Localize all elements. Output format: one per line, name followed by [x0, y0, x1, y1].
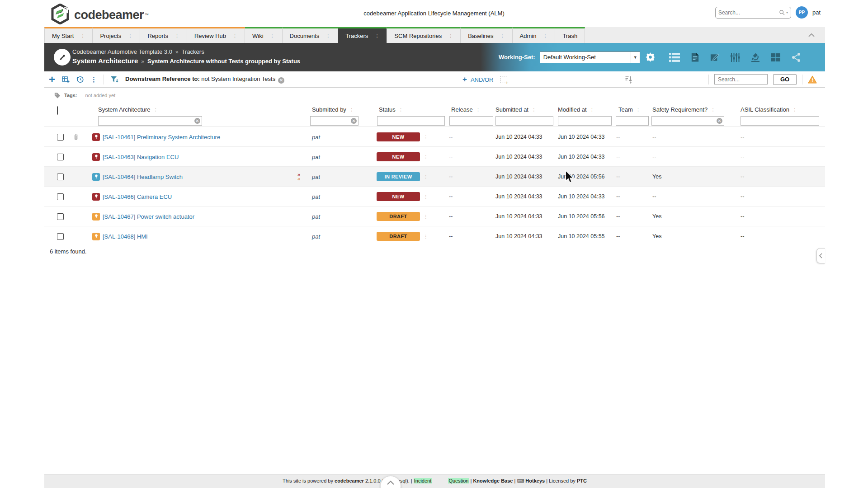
- table-row[interactable]: [SAL-10464] Headlamp Switch » « pat IN R…: [44, 167, 825, 187]
- and-or-plus-icon[interactable]: +: [462, 75, 467, 84]
- clear-filter-icon[interactable]: ✕: [717, 118, 722, 124]
- item-link[interactable]: [SAL-10463] Navigation ECU: [103, 154, 179, 160]
- tab-menu-kebab-icon[interactable]: ⋮: [127, 33, 132, 39]
- tab-menu-kebab-icon[interactable]: ⋮: [500, 33, 505, 39]
- filter-input-modified-at[interactable]: [558, 118, 611, 124]
- item-link[interactable]: [SAL-10464] Headlamp Switch: [103, 174, 183, 180]
- filter-input-asil-classification[interactable]: [741, 118, 819, 124]
- add-item-button[interactable]: +: [49, 75, 55, 84]
- row-checkbox[interactable]: [57, 174, 64, 180]
- status-badge[interactable]: IN REVIEW: [377, 172, 420, 181]
- column-header-system-architecture[interactable]: System Architecture⋮: [98, 106, 158, 113]
- active-filter-chip[interactable]: Downstream Reference to: not System Inte…: [125, 75, 284, 84]
- filter-input-status[interactable]: [377, 118, 444, 124]
- table-row[interactable]: [SAL-10463] Navigation ECU pat NEW ⋮ -- …: [44, 147, 825, 167]
- layout-blocks-icon[interactable]: [770, 52, 781, 63]
- footer-question-link[interactable]: Question: [448, 478, 469, 483]
- submitted-by-value[interactable]: pat: [312, 213, 320, 220]
- row-checkbox[interactable]: [57, 233, 64, 240]
- list-view-icon[interactable]: [669, 52, 680, 63]
- column-header-asil-classification[interactable]: ASIL Classification⋮: [741, 106, 797, 113]
- username-label[interactable]: pat: [812, 9, 821, 16]
- column-kebab-icon[interactable]: ⋮: [636, 108, 641, 113]
- filter-input-submitted-at[interactable]: [496, 118, 553, 124]
- submitted-by-value[interactable]: pat: [312, 134, 320, 141]
- item-link[interactable]: [SAL-10461] Preliminary System Architect…: [103, 134, 220, 141]
- global-search-input[interactable]: [718, 9, 779, 16]
- table-row[interactable]: [SAL-10466] Camera ECU pat NEW ⋮ -- Jun …: [44, 187, 825, 206]
- main-tab[interactable]: SCM Repositories ⋮: [387, 27, 461, 43]
- collapse-header-chevron-icon[interactable]: [808, 31, 815, 39]
- column-kebab-icon[interactable]: ⋮: [711, 108, 715, 113]
- add-condition-group-icon[interactable]: +: [500, 76, 507, 83]
- column-kebab-icon[interactable]: ⋮: [532, 108, 536, 113]
- item-link[interactable]: [SAL-10467] Power switch actuator: [103, 213, 194, 220]
- item-link[interactable]: [SAL-10466] Camera ECU: [103, 193, 172, 200]
- breadcrumb-trackers-link[interactable]: Trackers: [182, 48, 204, 55]
- user-avatar[interactable]: PP: [796, 6, 808, 19]
- row-checkbox[interactable]: [57, 213, 64, 220]
- item-link[interactable]: [SAL-10468] HMI: [103, 233, 148, 240]
- column-kebab-icon[interactable]: ⋮: [154, 108, 158, 113]
- submitted-by-value[interactable]: pat: [312, 174, 320, 180]
- status-badge[interactable]: DRAFT: [377, 232, 420, 241]
- document-view-icon[interactable]: [690, 52, 700, 63]
- filter-input-team[interactable]: [616, 118, 648, 124]
- status-badge[interactable]: NEW: [377, 192, 420, 201]
- status-kebab-icon[interactable]: ⋮: [424, 234, 428, 239]
- submitted-by-value[interactable]: pat: [312, 154, 320, 160]
- footer-incident-link[interactable]: Incident: [414, 478, 432, 483]
- column-kebab-icon[interactable]: ⋮: [476, 108, 481, 113]
- column-kebab-icon[interactable]: ⋮: [793, 108, 797, 113]
- row-checkbox[interactable]: [57, 154, 64, 160]
- search-icon[interactable]: [779, 9, 785, 16]
- sliders-icon[interactable]: [730, 52, 741, 63]
- go-button[interactable]: GO: [773, 74, 797, 85]
- main-tab[interactable]: Baselines ⋮: [461, 27, 512, 43]
- status-badge[interactable]: NEW: [377, 152, 420, 161]
- clear-filter-icon[interactable]: ✕: [194, 118, 200, 124]
- tab-menu-kebab-icon[interactable]: ⋮: [175, 33, 179, 39]
- tab-menu-kebab-icon[interactable]: ⋮: [448, 33, 453, 39]
- status-kebab-icon[interactable]: ⋮: [424, 174, 428, 179]
- filter-input-safety-requirement[interactable]: [652, 118, 717, 124]
- main-tab[interactable]: My Start ⋮: [44, 27, 93, 43]
- table-search-input[interactable]: [714, 74, 768, 84]
- sort-settings-icon[interactable]: [624, 75, 633, 86]
- column-header-team[interactable]: Team⋮: [618, 106, 641, 113]
- status-kebab-icon[interactable]: ⋮: [424, 135, 428, 140]
- status-badge[interactable]: DRAFT: [377, 212, 420, 221]
- history-icon[interactable]: [76, 75, 84, 84]
- review-microscope-icon[interactable]: [750, 52, 761, 63]
- collapse-panel-handle[interactable]: [816, 248, 825, 263]
- column-kebab-icon[interactable]: ⋮: [399, 108, 403, 113]
- status-kebab-icon[interactable]: ⋮: [424, 214, 428, 219]
- column-header-submitted-by[interactable]: Submitted by⋮: [312, 106, 354, 113]
- filter-input-system-architecture[interactable]: [99, 118, 194, 124]
- filter-input-submitted-by[interactable]: [311, 118, 351, 124]
- clear-filter-icon[interactable]: ✕: [351, 118, 357, 124]
- tracker-title[interactable]: System Architecture: [72, 57, 138, 65]
- status-kebab-icon[interactable]: ⋮: [424, 155, 428, 160]
- global-search-box[interactable]: ▾: [715, 7, 791, 19]
- table-row[interactable]: [SAL-10467] Power switch actuator pat DR…: [44, 206, 825, 226]
- share-icon[interactable]: [791, 52, 802, 63]
- status-kebab-icon[interactable]: ⋮: [424, 194, 428, 199]
- table-row[interactable]: [SAL-10461] Preliminary System Architect…: [44, 127, 825, 147]
- edit-view-icon[interactable]: [710, 52, 720, 63]
- footer-ptc-link[interactable]: PTC: [577, 478, 587, 483]
- column-kebab-icon[interactable]: ⋮: [349, 108, 354, 113]
- warning-icon[interactable]: [808, 75, 817, 84]
- main-tab[interactable]: Admin ⋮: [513, 27, 556, 43]
- column-kebab-icon[interactable]: ⋮: [590, 108, 594, 113]
- working-set-caret-icon[interactable]: ▼: [631, 52, 640, 63]
- submitted-by-value[interactable]: pat: [312, 193, 320, 200]
- column-header-submitted-at[interactable]: Submitted at⋮: [495, 106, 536, 113]
- tags-value[interactable]: not added yet: [85, 93, 116, 98]
- tab-menu-kebab-icon[interactable]: ⋮: [232, 33, 237, 39]
- filter-funnel-icon[interactable]: [110, 75, 119, 84]
- working-set-gear-icon[interactable]: [646, 52, 655, 62]
- main-tab[interactable]: Trackers ⋮: [338, 27, 387, 43]
- column-header-status[interactable]: Status⋮: [379, 106, 403, 113]
- select-all-checkbox[interactable]: [57, 106, 58, 115]
